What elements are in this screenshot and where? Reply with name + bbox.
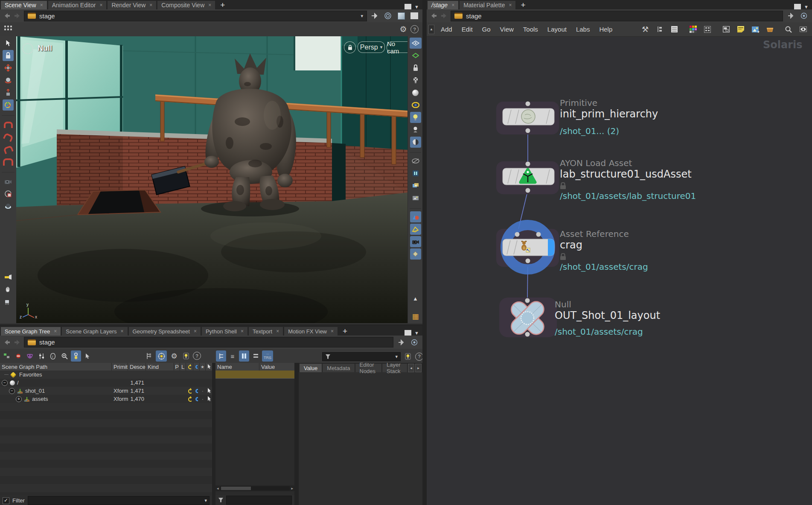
grab-hand-icon[interactable] bbox=[3, 284, 14, 295]
tree-row-shot01[interactable]: −shot_01 Xform 1,471 · bbox=[0, 387, 212, 395]
grid-diamond-icon[interactable] bbox=[410, 248, 421, 260]
zoom-selection-icon[interactable] bbox=[59, 350, 70, 362]
scale-tool-icon[interactable] bbox=[3, 87, 14, 98]
snap-grid-icon[interactable] bbox=[3, 119, 14, 130]
visibility-toggle[interactable] bbox=[193, 395, 200, 403]
close-icon[interactable]: × bbox=[194, 329, 197, 334]
close-icon[interactable]: × bbox=[276, 329, 279, 334]
follow-selection-link-icon[interactable] bbox=[71, 350, 81, 362]
trs-filter-icon[interactable]: ∙∙∙TRS bbox=[262, 350, 273, 362]
find-magnifier-icon[interactable] bbox=[783, 24, 794, 35]
pane-menu-icon[interactable]: ▼ bbox=[414, 4, 419, 9]
tree-view-icon[interactable] bbox=[216, 350, 226, 362]
pin-pane-icon[interactable] bbox=[785, 10, 796, 21]
node-name[interactable]: init_prim_hierarchy bbox=[560, 108, 658, 120]
back-button[interactable] bbox=[3, 12, 11, 20]
pin-pane-icon[interactable] bbox=[396, 337, 407, 348]
funnel-icon[interactable] bbox=[218, 497, 224, 503]
attr-header[interactable]: Name Value bbox=[215, 363, 294, 371]
draw-mode-dot[interactable]: · bbox=[200, 395, 206, 403]
tab-stage[interactable]: /stage× bbox=[428, 1, 458, 9]
node-name[interactable]: lab_structure01_usdAsset bbox=[560, 169, 696, 181]
normal-lighting-icon[interactable] bbox=[410, 112, 421, 123]
hide-other-objects-icon[interactable] bbox=[410, 155, 421, 166]
menu-view[interactable]: View bbox=[495, 26, 518, 33]
lock-camera-icon[interactable] bbox=[410, 62, 421, 73]
filter-dropdown-icon[interactable]: ▾ bbox=[204, 498, 209, 503]
flashlight-icon[interactable] bbox=[3, 271, 14, 283]
follow-target-icon[interactable] bbox=[382, 10, 393, 21]
close-icon[interactable]: × bbox=[451, 3, 454, 8]
translate-tool-icon[interactable] bbox=[3, 62, 14, 73]
split-columns-icon[interactable] bbox=[239, 350, 249, 362]
attr-filter-input[interactable] bbox=[226, 496, 292, 505]
show-nodes-icon[interactable] bbox=[2, 350, 12, 362]
image-plane-icon[interactable] bbox=[410, 193, 421, 204]
transform-tool-icon[interactable] bbox=[3, 99, 14, 111]
close-icon[interactable]: × bbox=[120, 329, 123, 334]
expand-icon[interactable]: + bbox=[16, 396, 22, 402]
tree-row-assets[interactable]: +assets Xform 1,470 · bbox=[0, 395, 212, 403]
close-icon[interactable]: × bbox=[99, 3, 102, 8]
camera-tool-icon[interactable] bbox=[3, 176, 14, 187]
tab-python-shell[interactable]: Python Shell× bbox=[202, 327, 247, 336]
tree-header[interactable]: Scene Graph Path Primiti Desce Kind P L … bbox=[0, 363, 212, 371]
prim-filter-field[interactable]: ▾ bbox=[322, 352, 401, 361]
draw-mode-dot[interactable]: · bbox=[200, 387, 206, 395]
list-view-icon[interactable]: ≡ bbox=[227, 350, 238, 362]
info-icon[interactable]: i bbox=[48, 350, 58, 362]
selected-attr-row[interactable] bbox=[215, 371, 294, 379]
select-cursor-icon[interactable] bbox=[82, 350, 93, 362]
background-image-icon[interactable]: + bbox=[750, 24, 761, 35]
menu-layout[interactable]: Layout bbox=[543, 26, 571, 33]
windows-layout-icon[interactable] bbox=[721, 24, 732, 35]
visibility-plane-icon[interactable] bbox=[410, 38, 422, 49]
node-lab-structure01-usdasset[interactable] bbox=[496, 161, 559, 194]
pane-divider[interactable] bbox=[422, 0, 427, 505]
menu-go[interactable]: Go bbox=[477, 26, 495, 33]
pin-pane-icon[interactable] bbox=[369, 10, 380, 21]
snap-curve-icon[interactable] bbox=[3, 131, 14, 143]
tab-material-palette[interactable]: Material Palette× bbox=[460, 1, 515, 9]
viewport-3d[interactable]: Null Persp▾ No cam▾ y x z bbox=[16, 36, 407, 323]
viewport-lock-button[interactable] bbox=[344, 41, 356, 53]
tab-motion-fx-view[interactable]: Motion FX View× bbox=[284, 327, 338, 336]
sphere-display-icon[interactable] bbox=[410, 87, 421, 98]
hide-prims-icon[interactable] bbox=[13, 350, 23, 362]
activation-toggle[interactable] bbox=[186, 395, 193, 403]
pane-menu-icon[interactable]: ▼ bbox=[804, 4, 809, 9]
select-cursor-cell[interactable] bbox=[206, 387, 212, 395]
tab-geometry-spreadsheet[interactable]: Geometry Spreadsheet× bbox=[129, 327, 201, 336]
node-name[interactable]: OUT_Shot_01_layout bbox=[555, 310, 660, 322]
new-tab-button[interactable]: + bbox=[517, 1, 529, 9]
forward-button[interactable] bbox=[13, 339, 22, 346]
high-quality-light-icon[interactable] bbox=[410, 124, 421, 135]
select-visible-icon[interactable] bbox=[410, 50, 421, 61]
menu-labs[interactable]: Labs bbox=[571, 26, 595, 33]
tab-render-view[interactable]: Render View× bbox=[108, 1, 156, 9]
activation-toggle[interactable] bbox=[186, 387, 193, 395]
rotate-tool-icon[interactable] bbox=[3, 75, 14, 86]
persp-view-button[interactable]: Persp▾ bbox=[358, 41, 385, 53]
tab-layer-stack[interactable]: Layer Stack bbox=[382, 364, 407, 372]
view-mask-icon[interactable] bbox=[3, 188, 14, 199]
material-shaded-icon[interactable] bbox=[410, 137, 421, 148]
select-tool-icon[interactable] bbox=[3, 38, 14, 49]
collapse-icon[interactable]: − bbox=[9, 388, 15, 394]
tab-scene-graph-layers[interactable]: Scene Graph Layers× bbox=[62, 327, 127, 336]
h-scrollbar[interactable]: ◂ ▸ bbox=[215, 485, 294, 491]
camera-select-button[interactable]: No cam▾ bbox=[387, 41, 407, 53]
collapse-icon[interactable]: − bbox=[2, 380, 8, 386]
node-name[interactable]: crag bbox=[560, 239, 648, 251]
dolly-camera-icon[interactable] bbox=[3, 296, 14, 307]
shape-palette-icon[interactable] bbox=[702, 24, 713, 35]
close-icon[interactable]: × bbox=[331, 329, 334, 334]
up-axis-icon[interactable]: ▲ bbox=[410, 293, 421, 304]
viewport-camera-icon[interactable] bbox=[410, 236, 421, 247]
color-palette-icon[interactable] bbox=[687, 24, 698, 35]
secure-selection-icon[interactable] bbox=[3, 50, 14, 61]
path-field[interactable]: stage bbox=[451, 11, 783, 21]
maximize-pane-icon[interactable] bbox=[409, 10, 420, 21]
light-off-icon[interactable] bbox=[410, 75, 421, 86]
follow-target-icon[interactable] bbox=[798, 10, 809, 21]
